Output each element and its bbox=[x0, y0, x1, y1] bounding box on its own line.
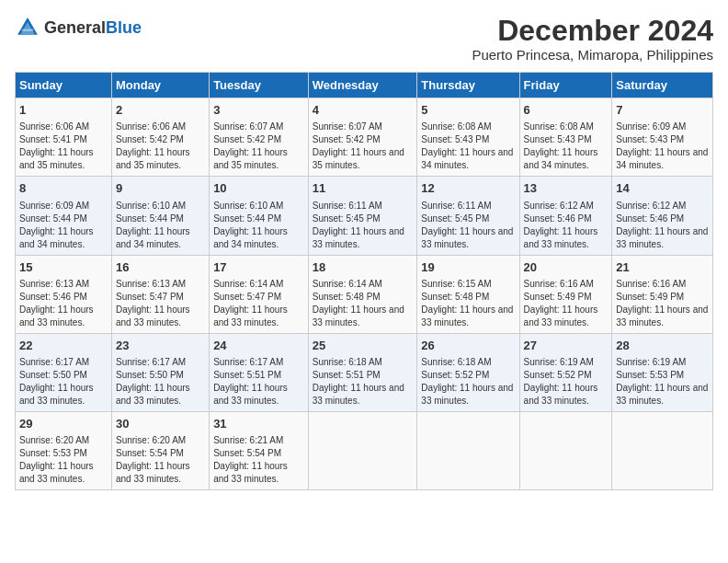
table-row bbox=[308, 411, 417, 489]
sunset-time: Sunset: 5:46 PM bbox=[19, 291, 108, 304]
sunrise-time: Sunrise: 6:07 AM bbox=[213, 121, 304, 133]
sunset-time: Sunset: 5:47 PM bbox=[116, 291, 205, 304]
calendar-week-4: 22Sunrise: 6:17 AMSunset: 5:50 PMDayligh… bbox=[16, 333, 713, 411]
daylight-hours: Daylight: 11 hours and 33 minutes. bbox=[313, 382, 414, 408]
day-number: 13 bbox=[524, 180, 609, 197]
day-number: 11 bbox=[313, 180, 414, 197]
column-header-tuesday: Tuesday bbox=[210, 73, 309, 98]
sunrise-time: Sunrise: 6:20 AM bbox=[19, 434, 108, 447]
page-title: December 2024 bbox=[472, 15, 713, 47]
daylight-hours: Daylight: 11 hours and 35 minutes. bbox=[116, 146, 205, 172]
sunrise-time: Sunrise: 6:17 AM bbox=[19, 356, 108, 369]
column-header-friday: Friday bbox=[519, 73, 612, 98]
day-number: 22 bbox=[19, 338, 108, 354]
sunrise-time: Sunrise: 6:20 AM bbox=[116, 434, 205, 447]
day-number: 29 bbox=[19, 416, 108, 432]
sunrise-time: Sunrise: 6:17 AM bbox=[213, 356, 304, 369]
daylight-hours: Daylight: 11 hours and 35 minutes. bbox=[19, 146, 108, 172]
sunrise-time: Sunrise: 6:18 AM bbox=[421, 356, 515, 369]
day-number: 20 bbox=[524, 259, 609, 276]
day-number: 26 bbox=[421, 338, 515, 354]
daylight-hours: Daylight: 11 hours and 33 minutes. bbox=[116, 382, 205, 408]
day-number: 9 bbox=[116, 180, 205, 197]
day-number: 16 bbox=[116, 259, 205, 276]
table-row: 8Sunrise: 6:09 AMSunset: 5:44 PMDaylight… bbox=[16, 177, 112, 255]
table-row: 21Sunrise: 6:16 AMSunset: 5:49 PMDayligh… bbox=[612, 255, 713, 333]
daylight-hours: Daylight: 11 hours and 33 minutes. bbox=[524, 304, 609, 329]
sunset-time: Sunset: 5:48 PM bbox=[421, 291, 515, 304]
daylight-hours: Daylight: 11 hours and 33 minutes. bbox=[116, 460, 205, 486]
calendar-week-3: 15Sunrise: 6:13 AMSunset: 5:46 PMDayligh… bbox=[16, 255, 713, 333]
table-row: 30Sunrise: 6:20 AMSunset: 5:54 PMDayligh… bbox=[111, 411, 209, 489]
day-number: 2 bbox=[116, 102, 205, 119]
daylight-hours: Daylight: 11 hours and 34 minutes. bbox=[616, 146, 709, 172]
sunset-time: Sunset: 5:50 PM bbox=[19, 369, 108, 382]
logo-text: GeneralBlue bbox=[44, 18, 142, 38]
day-number: 24 bbox=[213, 338, 304, 354]
page-header: GeneralBlue December 2024 Puerto Princes… bbox=[15, 15, 713, 63]
day-number: 17 bbox=[213, 259, 304, 276]
calendar-week-5: 29Sunrise: 6:20 AMSunset: 5:53 PMDayligh… bbox=[16, 411, 713, 489]
sunset-time: Sunset: 5:47 PM bbox=[213, 291, 304, 304]
sunset-time: Sunset: 5:54 PM bbox=[213, 447, 304, 460]
sunset-time: Sunset: 5:46 PM bbox=[524, 213, 609, 225]
day-number: 25 bbox=[313, 338, 414, 354]
sunrise-time: Sunrise: 6:10 AM bbox=[116, 200, 205, 213]
sunset-time: Sunset: 5:49 PM bbox=[524, 291, 609, 304]
table-row: 13Sunrise: 6:12 AMSunset: 5:46 PMDayligh… bbox=[519, 177, 612, 255]
day-number: 4 bbox=[313, 102, 414, 119]
daylight-hours: Daylight: 11 hours and 34 minutes. bbox=[524, 146, 609, 172]
day-number: 12 bbox=[421, 180, 515, 197]
table-row: 27Sunrise: 6:19 AMSunset: 5:52 PMDayligh… bbox=[519, 333, 612, 411]
table-row: 11Sunrise: 6:11 AMSunset: 5:45 PMDayligh… bbox=[308, 177, 417, 255]
sunrise-time: Sunrise: 6:17 AM bbox=[116, 356, 205, 369]
day-number: 19 bbox=[421, 259, 515, 276]
table-row: 26Sunrise: 6:18 AMSunset: 5:52 PMDayligh… bbox=[417, 333, 519, 411]
sunrise-time: Sunrise: 6:06 AM bbox=[19, 121, 108, 133]
calendar-table: SundayMondayTuesdayWednesdayThursdayFrid… bbox=[15, 72, 713, 490]
sunset-time: Sunset: 5:42 PM bbox=[213, 133, 304, 146]
daylight-hours: Daylight: 11 hours and 34 minutes. bbox=[213, 225, 304, 251]
table-row: 14Sunrise: 6:12 AMSunset: 5:46 PMDayligh… bbox=[612, 177, 713, 255]
sunrise-time: Sunrise: 6:18 AM bbox=[313, 356, 414, 369]
day-number: 18 bbox=[313, 259, 414, 276]
table-row: 12Sunrise: 6:11 AMSunset: 5:45 PMDayligh… bbox=[417, 177, 519, 255]
table-row: 4Sunrise: 6:07 AMSunset: 5:42 PMDaylight… bbox=[308, 98, 417, 177]
sunrise-time: Sunrise: 6:16 AM bbox=[616, 278, 709, 291]
sunset-time: Sunset: 5:43 PM bbox=[524, 133, 609, 146]
daylight-hours: Daylight: 11 hours and 33 minutes. bbox=[213, 382, 304, 408]
daylight-hours: Daylight: 11 hours and 35 minutes. bbox=[313, 146, 414, 172]
calendar-week-2: 8Sunrise: 6:09 AMSunset: 5:44 PMDaylight… bbox=[16, 177, 713, 255]
sunset-time: Sunset: 5:44 PM bbox=[19, 213, 108, 225]
sunset-time: Sunset: 5:43 PM bbox=[616, 133, 709, 146]
table-row: 16Sunrise: 6:13 AMSunset: 5:47 PMDayligh… bbox=[111, 255, 209, 333]
sunset-time: Sunset: 5:49 PM bbox=[616, 291, 709, 304]
sunset-time: Sunset: 5:42 PM bbox=[313, 133, 414, 146]
sunset-time: Sunset: 5:45 PM bbox=[421, 213, 515, 225]
table-row: 20Sunrise: 6:16 AMSunset: 5:49 PMDayligh… bbox=[519, 255, 612, 333]
day-number: 27 bbox=[524, 338, 609, 354]
daylight-hours: Daylight: 11 hours and 33 minutes. bbox=[616, 382, 709, 408]
sunset-time: Sunset: 5:41 PM bbox=[19, 133, 108, 146]
sunrise-time: Sunrise: 6:19 AM bbox=[616, 356, 709, 369]
sunrise-time: Sunrise: 6:11 AM bbox=[313, 200, 414, 213]
daylight-hours: Daylight: 11 hours and 33 minutes. bbox=[524, 382, 609, 408]
day-number: 6 bbox=[524, 102, 609, 119]
table-row: 18Sunrise: 6:14 AMSunset: 5:48 PMDayligh… bbox=[308, 255, 417, 333]
sunrise-time: Sunrise: 6:11 AM bbox=[421, 200, 515, 213]
column-header-sunday: Sunday bbox=[16, 73, 112, 98]
sunset-time: Sunset: 5:53 PM bbox=[616, 369, 709, 382]
table-row: 10Sunrise: 6:10 AMSunset: 5:44 PMDayligh… bbox=[210, 177, 309, 255]
day-number: 7 bbox=[616, 102, 709, 119]
sunset-time: Sunset: 5:54 PM bbox=[116, 447, 205, 460]
day-number: 3 bbox=[213, 102, 304, 119]
day-number: 5 bbox=[421, 102, 515, 119]
sunset-time: Sunset: 5:52 PM bbox=[524, 369, 609, 382]
daylight-hours: Daylight: 11 hours and 34 minutes. bbox=[19, 225, 108, 251]
table-row: 19Sunrise: 6:15 AMSunset: 5:48 PMDayligh… bbox=[417, 255, 519, 333]
sunrise-time: Sunrise: 6:10 AM bbox=[213, 200, 304, 213]
sunset-time: Sunset: 5:50 PM bbox=[116, 369, 205, 382]
daylight-hours: Daylight: 11 hours and 34 minutes. bbox=[421, 146, 515, 172]
sunrise-time: Sunrise: 6:09 AM bbox=[19, 200, 108, 213]
sunset-time: Sunset: 5:51 PM bbox=[313, 369, 414, 382]
